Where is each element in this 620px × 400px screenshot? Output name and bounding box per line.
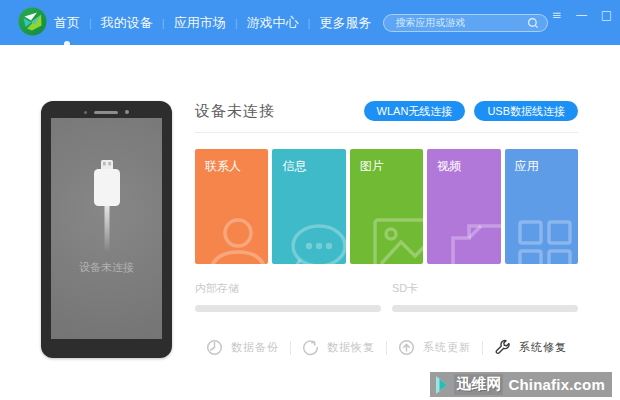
window-controls: ≡ — □ ✕ — [548, 8, 620, 22]
phone-illustration: 设备未连接 — [41, 101, 172, 358]
nav-item-app-market[interactable]: 应用市场 — [174, 14, 226, 32]
tile-apps[interactable]: 应用 — [505, 149, 578, 264]
videos-icon — [449, 220, 501, 264]
header-divider — [195, 132, 578, 133]
title-bar: 首页 | 我的设备 | 应用市场 | 游戏中心 | 更多服务 ≡ — □ ✕ — [0, 0, 620, 45]
contacts-icon — [202, 216, 266, 264]
search-icon[interactable] — [527, 17, 539, 29]
device-status-label: 设备未连接 — [79, 260, 134, 275]
restore-icon — [302, 339, 319, 356]
nav-divider: | — [308, 17, 311, 29]
tile-videos[interactable]: 视频 — [427, 149, 500, 264]
internal-storage-label: 内部存储 — [195, 281, 381, 296]
chinafix-watermark: 迅维网 Chinafix.com — [430, 372, 612, 397]
category-tiles: 联系人 信息 — [195, 149, 578, 264]
phone-screen: 设备未连接 — [51, 118, 162, 339]
active-indicator-dot — [64, 41, 70, 47]
nav-item-my-devices[interactable]: 我的设备 — [101, 14, 153, 32]
nav-divider: | — [162, 17, 165, 29]
phone-earpiece — [41, 110, 172, 114]
tile-label: 图片 — [360, 158, 384, 175]
data-restore-button[interactable]: 数据恢复 — [302, 339, 375, 356]
tile-contacts[interactable]: 联系人 — [195, 149, 268, 264]
tile-label: 信息 — [282, 158, 306, 175]
chevron-icon — [436, 376, 449, 394]
watermark-domain: Chinafix.com — [508, 376, 605, 393]
search-input[interactable] — [395, 17, 527, 28]
nav-item-more-services[interactable]: 更多服务 — [319, 14, 371, 32]
wlan-connect-button[interactable]: WLAN无线连接 — [364, 101, 466, 121]
internal-storage: 内部存储 — [195, 281, 381, 312]
tile-label: 联系人 — [205, 158, 241, 175]
sd-card-storage: SD卡 — [392, 281, 578, 312]
nav-item-home[interactable]: 首页 — [54, 14, 80, 32]
internal-storage-bar — [195, 305, 381, 312]
sd-card-label: SD卡 — [392, 281, 578, 296]
connect-buttons: WLAN无线连接 USB数据线连接 — [364, 101, 578, 121]
usb-cable-icon — [90, 160, 124, 258]
update-icon — [398, 339, 415, 356]
data-backup-button[interactable]: 数据备份 — [206, 339, 279, 356]
tile-pictures[interactable]: 图片 — [350, 149, 423, 264]
action-bar: 数据备份 数据恢复 — [195, 339, 578, 356]
nav-item-game-center[interactable]: 游戏中心 — [247, 14, 299, 32]
messages-icon — [284, 218, 346, 264]
search-box[interactable] — [383, 14, 548, 32]
tile-label: 应用 — [515, 158, 539, 175]
page-title: 设备未连接 — [195, 102, 275, 121]
system-repair-button[interactable]: 系统修复 — [494, 339, 567, 356]
app-logo[interactable] — [18, 7, 47, 36]
apps-icon — [516, 218, 574, 264]
nav-divider: | — [235, 17, 238, 29]
content-section: 设备未连接 WLAN无线连接 USB数据线连接 联系人 信息 — [195, 45, 620, 358]
watermark-site-name: 迅维网 — [454, 374, 503, 395]
content-header: 设备未连接 WLAN无线连接 USB数据线连接 — [195, 101, 578, 121]
minimize-icon[interactable]: — — [573, 8, 589, 22]
main-area: 设备未连接 设备未连接 WLAN无线连接 USB数据线连接 联系人 — [0, 45, 620, 358]
main-nav: 首页 | 我的设备 | 应用市场 | 游戏中心 | 更多服务 — [54, 14, 371, 32]
system-update-button[interactable]: 系统更新 — [398, 339, 471, 356]
repair-icon — [494, 339, 511, 356]
tile-messages[interactable]: 信息 — [272, 149, 345, 264]
pictures-icon — [371, 216, 423, 264]
backup-icon — [206, 339, 223, 356]
nav-divider: | — [89, 17, 92, 29]
device-panel: 设备未连接 — [0, 45, 195, 358]
tile-label: 视频 — [437, 158, 461, 175]
usb-connect-button[interactable]: USB数据线连接 — [474, 101, 578, 121]
storage-section: 内部存储 SD卡 — [195, 281, 578, 312]
sd-card-bar — [392, 305, 578, 312]
menu-icon[interactable]: ≡ — [548, 8, 564, 22]
maximize-icon[interactable]: □ — [598, 8, 614, 22]
